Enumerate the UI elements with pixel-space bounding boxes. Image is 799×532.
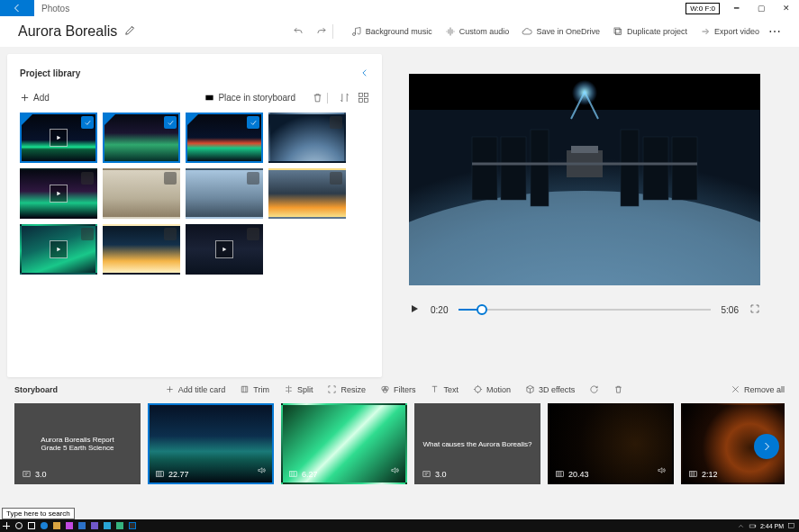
collapse-library-button[interactable] bbox=[360, 65, 369, 81]
svg-rect-29 bbox=[689, 472, 696, 477]
bg-music-button[interactable]: Background music bbox=[351, 26, 432, 37]
clip-duration: 3.0 bbox=[422, 469, 447, 479]
sort-button[interactable] bbox=[339, 92, 350, 104]
back-button[interactable] bbox=[0, 0, 34, 16]
title-card-text: What causes the Aurora Borealis? bbox=[423, 440, 532, 448]
select-checkbox[interactable] bbox=[164, 228, 177, 240]
custom-audio-button[interactable]: Custom audio bbox=[445, 26, 510, 37]
library-thumbnail[interactable] bbox=[268, 168, 346, 219]
add-title-card-button[interactable]: Add title card bbox=[165, 384, 226, 394]
start-button[interactable] bbox=[0, 519, 13, 532]
storyboard-clip[interactable]: 6.27 bbox=[281, 403, 407, 484]
search-input[interactable]: Type here to search bbox=[2, 508, 75, 519]
svg-point-23 bbox=[475, 386, 480, 392]
storyboard-panel: Storyboard Add title card Trim Split Res… bbox=[0, 377, 799, 519]
storyboard-title-card[interactable]: What causes the Aurora Borealis?3.0 bbox=[414, 403, 540, 484]
svg-rect-0 bbox=[615, 30, 621, 35]
place-in-storyboard-button[interactable]: Place in storyboard bbox=[204, 93, 295, 103]
filters-button[interactable]: Filters bbox=[380, 384, 416, 394]
text-icon bbox=[430, 384, 440, 394]
select-checkbox[interactable] bbox=[81, 116, 94, 129]
store-icon[interactable] bbox=[63, 519, 76, 532]
add-media-button[interactable]: Add bbox=[20, 93, 50, 103]
library-thumbnail[interactable] bbox=[186, 224, 263, 275]
clip-volume-icon[interactable] bbox=[257, 463, 267, 479]
seek-slider[interactable] bbox=[459, 309, 710, 311]
more-menu-button[interactable]: ⋯ bbox=[768, 24, 781, 39]
svg-rect-25 bbox=[156, 472, 163, 477]
rotate-icon bbox=[589, 384, 599, 394]
filters-label: Filters bbox=[394, 385, 416, 394]
library-thumbnail[interactable] bbox=[103, 113, 180, 163]
split-label: Split bbox=[297, 385, 313, 394]
duplicate-project-button[interactable]: Duplicate project bbox=[613, 26, 687, 37]
maximize-button[interactable]: ▢ bbox=[749, 0, 774, 16]
select-checkbox[interactable] bbox=[330, 116, 342, 129]
scroll-right-button[interactable] bbox=[754, 434, 779, 459]
redo-button[interactable] bbox=[316, 26, 327, 37]
app-icon-3[interactable] bbox=[113, 519, 126, 532]
view-toggle-button[interactable] bbox=[358, 92, 369, 104]
resize-button[interactable]: Resize bbox=[327, 384, 366, 394]
select-checkbox[interactable] bbox=[81, 228, 94, 240]
library-thumbnail[interactable] bbox=[186, 168, 263, 219]
select-checkbox[interactable] bbox=[164, 116, 177, 129]
edge-icon[interactable] bbox=[38, 519, 50, 532]
save-onedrive-button[interactable]: Save in OneDrive bbox=[522, 26, 600, 37]
clip-volume-icon[interactable] bbox=[390, 463, 400, 479]
delete-from-library-button[interactable] bbox=[312, 92, 323, 104]
svg-rect-17 bbox=[621, 130, 639, 206]
clip-duration: 3.0 bbox=[22, 469, 47, 479]
close-icon bbox=[731, 384, 740, 394]
export-video-button[interactable]: Export video bbox=[700, 26, 759, 37]
trim-button[interactable]: Trim bbox=[240, 384, 269, 394]
library-thumbnail[interactable] bbox=[20, 168, 97, 219]
select-checkbox[interactable] bbox=[247, 172, 259, 185]
delete-clip-button[interactable] bbox=[613, 384, 623, 394]
undo-button[interactable] bbox=[293, 26, 304, 37]
select-checkbox[interactable] bbox=[330, 172, 342, 185]
edit-title-button[interactable] bbox=[124, 23, 137, 40]
fullscreen-button[interactable] bbox=[749, 303, 760, 316]
library-thumbnail[interactable] bbox=[20, 113, 97, 163]
task-view-icon[interactable] bbox=[25, 519, 38, 532]
select-checkbox[interactable] bbox=[247, 228, 259, 240]
clip-duration: 6.27 bbox=[288, 469, 318, 479]
library-thumbnail[interactable] bbox=[103, 224, 180, 275]
cortana-icon[interactable] bbox=[13, 519, 25, 532]
minimize-button[interactable]: ━ bbox=[723, 0, 749, 16]
play-button[interactable] bbox=[409, 303, 420, 316]
audio-icon bbox=[445, 26, 456, 37]
storyboard-clip[interactable]: 22.77 bbox=[148, 403, 274, 484]
plus-icon bbox=[20, 93, 30, 103]
storyboard-clip[interactable]: 20.43 bbox=[548, 403, 674, 484]
editor-header: Aurora Borealis Background music Custom … bbox=[0, 16, 799, 47]
mail-icon[interactable] bbox=[76, 519, 88, 532]
system-tray[interactable]: 2:44 PM bbox=[737, 522, 799, 530]
library-thumbnail[interactable] bbox=[186, 113, 263, 163]
close-button[interactable]: ✕ bbox=[774, 0, 799, 16]
app-icon-2[interactable] bbox=[101, 519, 113, 532]
video-preview[interactable] bbox=[409, 74, 760, 285]
library-thumbnail[interactable] bbox=[20, 224, 97, 275]
library-thumbnail[interactable] bbox=[268, 113, 346, 163]
remove-all-button[interactable]: Remove all bbox=[731, 384, 785, 394]
text-button[interactable]: Text bbox=[430, 384, 459, 394]
storyboard-title-card[interactable]: Aurora Borealis Report Grade 5 Earth Sci… bbox=[14, 403, 141, 484]
motion-button[interactable]: Motion bbox=[473, 384, 511, 394]
app-icon-1[interactable] bbox=[88, 519, 101, 532]
app-title: Photos bbox=[41, 4, 69, 14]
clip-volume-icon[interactable] bbox=[657, 463, 667, 479]
select-checkbox[interactable] bbox=[247, 116, 259, 129]
clip-duration: 22.77 bbox=[155, 469, 189, 479]
split-button[interactable]: Split bbox=[284, 384, 313, 394]
clip-duration: 2:12 bbox=[688, 469, 718, 479]
rotate-button[interactable] bbox=[589, 384, 599, 394]
library-thumbnail[interactable] bbox=[103, 168, 180, 219]
select-checkbox[interactable] bbox=[164, 172, 177, 185]
select-checkbox[interactable] bbox=[81, 172, 94, 185]
photos-taskbar-icon[interactable] bbox=[126, 519, 139, 532]
folder-icon[interactable] bbox=[50, 519, 63, 532]
3d-effects-button[interactable]: 3D effects bbox=[525, 384, 575, 394]
title-card-text: Aurora Borealis Report Grade 5 Earth Sci… bbox=[41, 436, 113, 452]
